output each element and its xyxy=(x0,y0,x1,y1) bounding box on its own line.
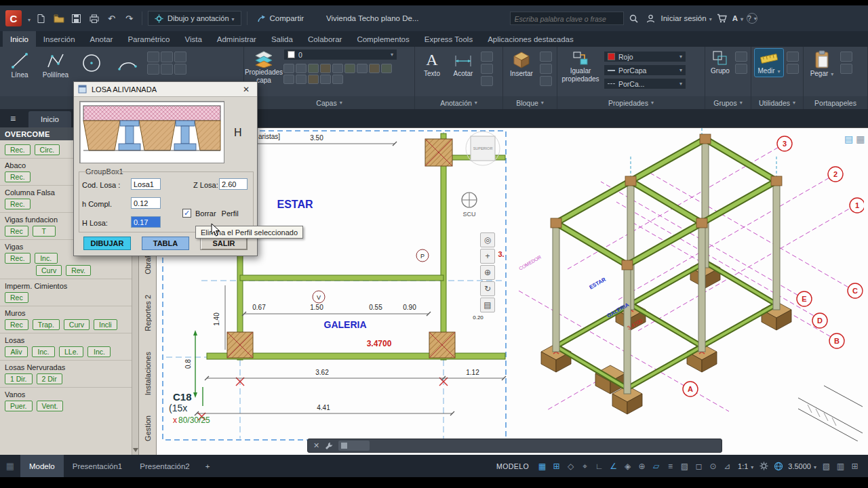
app-logo-icon[interactable]: C xyxy=(5,10,22,26)
layout-tab-modelo[interactable]: Modelo xyxy=(20,455,64,477)
palette-tab-instalaciones[interactable]: Instalaciones xyxy=(144,352,152,395)
insert-block-button[interactable]: Insertar xyxy=(507,49,536,79)
user-icon[interactable] xyxy=(644,12,658,25)
tool-button[interactable]: Trap. xyxy=(33,319,60,330)
ribbon-tab-anotar[interactable]: Anotar xyxy=(83,31,121,47)
infer-constraints-icon[interactable]: ◇ xyxy=(564,460,577,472)
start-tab[interactable]: Inicio xyxy=(28,111,71,127)
layer-tool-icon[interactable] xyxy=(320,75,331,84)
tool-button[interactable]: T xyxy=(33,226,56,237)
dibujar-button[interactable]: DIBUJAR xyxy=(83,237,131,250)
snap-mode-icon[interactable]: ⊞ xyxy=(550,460,563,472)
ribbon-tab-insercion[interactable]: Inserción xyxy=(36,31,83,47)
dialog-title-bar[interactable]: LOSA ALIVIANADA ✕ xyxy=(74,82,257,97)
quick-select-icon[interactable] xyxy=(787,52,799,62)
layer-properties-button[interactable]: Propiedades capa xyxy=(248,49,280,85)
orbit-icon[interactable]: ↻ xyxy=(480,281,495,296)
object-snap-tracking-icon[interactable]: ⊕ xyxy=(635,460,648,472)
ribbon-panel-label-bloque[interactable]: Bloque xyxy=(503,96,557,109)
tool-button[interactable]: LLe. xyxy=(59,346,83,357)
ribbon-panel-label-capas[interactable]: Capas xyxy=(244,96,414,109)
multiline-text-icon[interactable] xyxy=(481,76,493,86)
drawing-area[interactable]: V P SCU SUPERIOR aristas] 3.50 ESTAR GA xyxy=(157,127,868,455)
ribbon-tab-complementos[interactable]: Complementos xyxy=(349,31,416,47)
redo-icon[interactable]: ↷ xyxy=(122,12,136,26)
ungroup-icon[interactable] xyxy=(735,52,747,62)
undo-icon[interactable]: ↶ xyxy=(104,12,119,26)
spline-tool-icon[interactable] xyxy=(147,64,159,75)
tool-button[interactable]: 1 Dir. xyxy=(5,373,33,384)
ribbon-tab-administrar[interactable]: Administrar xyxy=(210,31,264,47)
group-edit-icon[interactable] xyxy=(735,64,747,74)
line-tool-button[interactable]: Línea xyxy=(3,49,36,80)
z-losa-input[interactable]: 2.60 xyxy=(219,178,248,190)
workspace-dropdown[interactable]: Dibujo y anotación xyxy=(148,11,241,26)
save-icon[interactable] xyxy=(69,12,83,26)
3d-object-snap-icon[interactable]: ⊙ xyxy=(707,460,719,472)
create-block-icon[interactable] xyxy=(540,52,552,62)
match-properties-button[interactable]: Igualar propiedades xyxy=(561,49,600,84)
new-file-icon[interactable] xyxy=(34,12,48,26)
ribbon-tab-salida[interactable]: Salida xyxy=(264,31,300,47)
measure-button[interactable]: Medir xyxy=(755,49,783,77)
tool-button[interactable]: Rec. xyxy=(5,199,31,209)
isometric-drafting-icon[interactable]: ◈ xyxy=(621,460,634,472)
point-tool-icon[interactable] xyxy=(161,64,173,75)
share-button[interactable]: Compartir xyxy=(253,14,308,23)
group-button[interactable]: Grupo xyxy=(709,49,732,76)
tool-button[interactable]: Inc. xyxy=(32,346,55,357)
layer-tool-icon[interactable] xyxy=(369,64,380,73)
ribbon-tab-aplicaciones[interactable]: Aplicaciones destacadas xyxy=(480,31,581,47)
iso-viewport-3d[interactable]: COMEDOR ESTAR GALERIA 3.4700 3 2 1 E D xyxy=(505,128,864,441)
tool-button[interactable]: Rec xyxy=(5,226,28,237)
layer-tool-icon[interactable] xyxy=(283,64,294,73)
scroll-down-icon[interactable] xyxy=(133,448,138,452)
customize-wrench-icon[interactable] xyxy=(324,441,334,451)
edit-block-icon[interactable] xyxy=(540,64,552,74)
ribbon-tab-inicio[interactable]: Inicio xyxy=(3,31,36,47)
layer-tool-icon[interactable] xyxy=(332,64,343,73)
layer-tool-icon[interactable] xyxy=(296,64,307,73)
tool-button[interactable]: Curv xyxy=(64,319,90,330)
tool-button[interactable]: Rec. xyxy=(5,171,31,182)
open-file-icon[interactable] xyxy=(52,12,66,26)
column-block[interactable] xyxy=(425,139,452,166)
layer-tool-icon[interactable] xyxy=(381,64,392,73)
hamburger-menu-icon[interactable]: ≡ xyxy=(0,109,26,127)
polar-tracking-icon[interactable]: ∠ xyxy=(607,460,620,472)
dialog-close-icon[interactable]: ✕ xyxy=(239,85,253,94)
layer-tool-icon[interactable] xyxy=(283,75,294,84)
grid-icon[interactable]: ▦ xyxy=(536,460,549,472)
tool-button[interactable]: Rec xyxy=(5,319,28,330)
ribbon-panel-label-utilidades[interactable]: Utilidades xyxy=(751,96,803,109)
transparency-icon[interactable]: ▨ xyxy=(678,460,691,472)
ribbon-tab-parametrico[interactable]: Paramétrico xyxy=(120,31,177,47)
layer-tool-icon[interactable] xyxy=(320,64,331,73)
dynamic-input-icon[interactable]: ⌖ xyxy=(578,460,591,472)
circle-tool-button[interactable] xyxy=(75,49,108,79)
steering-wheel-icon[interactable]: ◎ xyxy=(480,232,495,247)
tool-button[interactable]: Curv xyxy=(36,265,62,276)
copy-clip-icon[interactable] xyxy=(840,52,852,62)
salir-button[interactable]: SALIR xyxy=(200,237,248,250)
column-block[interactable] xyxy=(429,332,455,358)
autodesk-app-icon[interactable]: A xyxy=(732,14,743,22)
pan-icon[interactable]: + xyxy=(480,249,495,264)
viewcube[interactable]: SUPERIOR xyxy=(466,131,500,165)
command-line-dock[interactable]: ✕ xyxy=(307,439,722,453)
new-layout-button[interactable]: + xyxy=(199,462,217,470)
hardware-acceleration-icon[interactable]: ▥ xyxy=(834,460,847,472)
ribbon-panel-label-portapapeles[interactable]: Portapapeles xyxy=(804,96,867,109)
model-space-icon[interactable]: ▦ xyxy=(0,461,20,471)
borrar-perfil-checkbox[interactable]: ✓ xyxy=(182,209,191,218)
palette-tab-gestion[interactable]: Gestion xyxy=(144,415,152,441)
layer-tool-icon[interactable] xyxy=(296,75,307,84)
ellipse-tool-icon[interactable] xyxy=(161,52,173,62)
object-color-dropdown[interactable]: Rojo xyxy=(604,51,686,62)
arc-tool-button[interactable] xyxy=(111,49,144,79)
cod-losa-input[interactable]: Losa1 xyxy=(131,178,161,190)
block-attributes-icon[interactable] xyxy=(540,76,552,86)
rectangle-tool-icon[interactable] xyxy=(147,52,159,62)
cut-clip-icon[interactable] xyxy=(840,64,852,74)
annotation-scale-value[interactable]: 3.5000 xyxy=(786,462,818,470)
